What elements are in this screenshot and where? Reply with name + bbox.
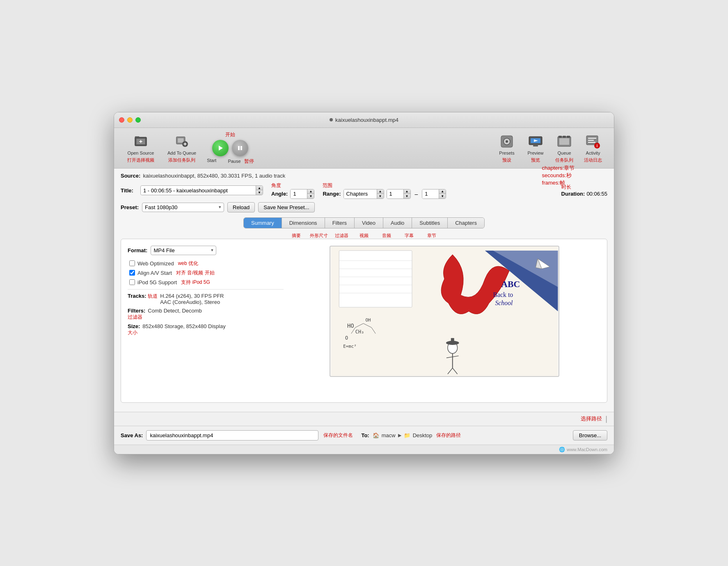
angle-cn-label: 角度 — [271, 182, 281, 189]
presets-icon — [499, 134, 514, 149]
start-button[interactable] — [212, 140, 229, 156]
ipod-cn: 支持 iPod 5G — [181, 279, 210, 286]
range-from-input[interactable] — [387, 189, 403, 199]
svg-rect-6 — [178, 138, 183, 143]
pause-button[interactable] — [232, 140, 248, 156]
browse-button[interactable]: Browse... — [573, 430, 607, 440]
save-new-preset-button[interactable]: Save New Preset... — [258, 202, 314, 212]
presets-button[interactable]: Presets 预设 — [492, 132, 521, 165]
start-pause-buttons — [212, 140, 248, 156]
title-bar: kaixuelashouxinbappt.mp4 — [114, 112, 614, 128]
range-from-wrapper: ▲ ▼ — [387, 189, 411, 199]
preset-row: Preset: Fast 1080p30 Reload Save New Pre… — [121, 202, 607, 212]
tab-subtitles[interactable]: Subtitles — [412, 218, 448, 228]
queue-cn-label: 任务队列 — [555, 157, 573, 163]
tab-summary-cn: 摘要 — [285, 233, 308, 239]
preview-svg: HO OH CH₃ O E=mc² ABC Back to School — [330, 246, 559, 376]
pause-cn-label: 暂停 — [244, 158, 254, 165]
align-av-label[interactable]: Align A/V Start — [137, 270, 172, 276]
range-type-input[interactable] — [344, 189, 377, 199]
range-from-down[interactable]: ▼ — [404, 194, 410, 199]
save-as-input[interactable] — [146, 430, 318, 440]
presets-cn-label: 预设 — [502, 157, 511, 163]
main-window: kaixuelashouxinbappt.mp4 Open Source 打开选… — [114, 112, 614, 454]
svg-rect-61 — [451, 338, 454, 343]
tracks-label: Tracks: — [128, 293, 147, 299]
title-input[interactable] — [141, 186, 256, 195]
tab-chapters[interactable]: Chapters — [448, 218, 484, 228]
start-cn-label: 开始 — [225, 131, 235, 138]
angle-stepper-down[interactable]: ▼ — [307, 194, 314, 199]
size-label: Size: — [128, 323, 140, 329]
presets-label: Presets — [499, 151, 514, 155]
activity-button[interactable]: i Activity 活动日志 — [579, 132, 607, 165]
svg-text:ABC: ABC — [501, 279, 520, 289]
source-label: Source: — [121, 173, 140, 179]
range-group: 范围 Range: ▲ ▼ ▲ ▼ — [323, 182, 446, 199]
range-from-up[interactable]: ▲ — [404, 189, 410, 194]
folder-icon: 📁 — [404, 432, 410, 438]
open-source-button[interactable]: Open Source 打开选择视频 — [121, 132, 161, 165]
range-to-up[interactable]: ▲ — [439, 189, 446, 194]
content-area: Source: kaixuelashouxinbappt, 852x480, 3… — [114, 169, 614, 412]
tab-dimensions[interactable]: Dimensions — [282, 218, 325, 228]
web-optimized-row: Web Optimized web 优化 — [128, 260, 284, 267]
angle-stepper-up[interactable]: ▲ — [307, 189, 314, 194]
size-row: Size: 大小 852x480 Storage, 852x480 Displa… — [128, 323, 284, 336]
filters-label: Filters: — [128, 308, 145, 314]
filters-value: Comb Detect, Decomb — [148, 308, 202, 314]
preview-image: HO OH CH₃ O E=mc² ABC Back to School — [330, 246, 559, 377]
tracks-values: H.264 (x264), 30 FPS PFR AAC (CoreAudio)… — [160, 293, 224, 305]
svg-rect-24 — [567, 136, 570, 138]
minimize-button[interactable] — [127, 117, 133, 123]
tab-audio[interactable]: Audio — [383, 218, 412, 228]
reload-button[interactable]: Reload — [227, 202, 255, 212]
ipod-checkbox[interactable] — [129, 279, 135, 285]
activity-cn-label: 活动日志 — [584, 157, 602, 163]
size-cn: 大小 — [128, 329, 140, 336]
tab-summary[interactable]: Summary — [244, 218, 282, 228]
align-av-checkbox[interactable] — [129, 270, 135, 276]
bottom-bar: Save As: 保存的文件名 To: 🏠 macw ▶ 📁 Desktop 保… — [114, 426, 614, 445]
svg-text:HO: HO — [347, 322, 354, 329]
tab-filters[interactable]: Filters — [325, 218, 355, 228]
save-as-label: Save As: — [121, 432, 143, 438]
range-type-stepper-up[interactable]: ▲ — [377, 189, 384, 194]
svg-rect-2 — [135, 136, 140, 138]
footer: 🌐 www.MacDown.com — [114, 445, 614, 454]
web-optimized-checkbox[interactable] — [129, 260, 135, 266]
format-select[interactable]: MP4 File — [151, 246, 216, 255]
add-to-queue-cn-label: 添加任务队列 — [168, 157, 195, 163]
path-area: 🏠 macw ▶ 📁 Desktop 保存的路径 — [373, 432, 570, 439]
svg-point-15 — [506, 140, 508, 143]
web-optimized-label[interactable]: Web Optimized — [137, 260, 174, 267]
preset-select[interactable]: Fast 1080p30 — [142, 203, 224, 212]
title-stepper-down[interactable]: ▼ — [256, 190, 263, 195]
svg-rect-21 — [559, 138, 569, 145]
toolbar-right: Presets 预设 Preview 预览 — [492, 132, 607, 165]
ipod-label[interactable]: iPod 5G Support — [137, 279, 177, 285]
chapters-hint: chapters:章节 secounds:秒 frames:帧 — [542, 164, 575, 187]
range-to-down[interactable]: ▼ — [439, 194, 446, 199]
preview-button[interactable]: Preview 预览 — [521, 132, 550, 165]
tracks-cn: 轨道 — [148, 293, 158, 299]
globe-icon: 🌐 — [559, 447, 565, 452]
angle-input[interactable] — [291, 189, 307, 199]
maximize-button[interactable] — [135, 117, 141, 123]
web-optimized-cn: web 优化 — [178, 260, 198, 267]
tab-filters-cn: 过滤器 — [330, 233, 353, 239]
title-input-wrapper: ▲ ▼ — [140, 185, 263, 195]
svg-rect-32 — [339, 250, 412, 307]
start-pause-labels: Start Pause 暂停 — [207, 158, 254, 165]
close-button[interactable] — [119, 117, 124, 123]
source-row: Source: kaixuelashouxinbappt, 852x480, 3… — [121, 173, 607, 179]
range-type-stepper-down[interactable]: ▼ — [377, 194, 384, 199]
queue-button[interactable]: Queue 任务队列 — [550, 132, 579, 165]
tab-video[interactable]: Video — [355, 218, 383, 228]
svg-rect-11 — [238, 146, 240, 150]
tab-subtitles-cn: 字幕 — [398, 233, 421, 239]
title-stepper-up[interactable]: ▲ — [256, 186, 263, 190]
select-path-separator: | — [605, 415, 607, 423]
add-to-queue-button[interactable]: Add To Queue 添加任务队列 — [161, 132, 203, 165]
range-to-input[interactable] — [422, 189, 439, 199]
